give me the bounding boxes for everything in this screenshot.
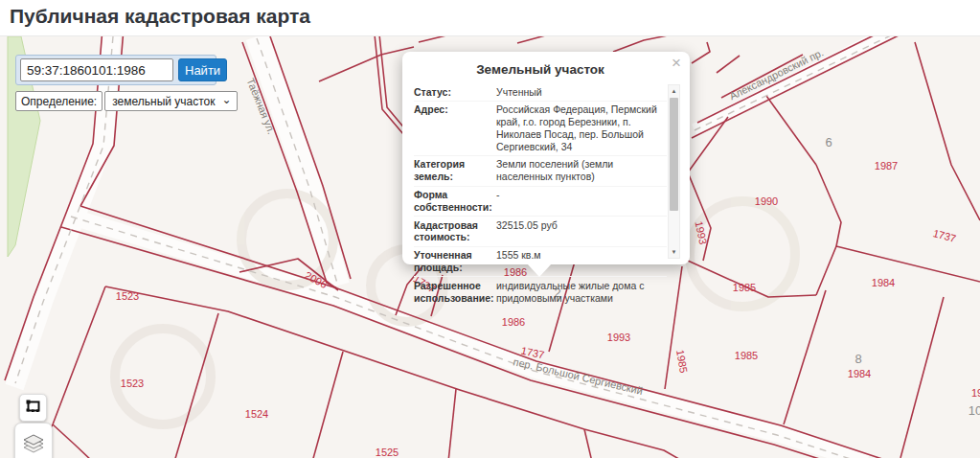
field-label: Адрес:: [414, 103, 496, 152]
field-label: Категория земель:: [414, 158, 496, 183]
parcel-label[interactable]: 1985: [674, 349, 690, 374]
parcel-label[interactable]: 19: [971, 387, 980, 399]
parcel-label[interactable]: 1985: [733, 282, 756, 293]
search-input[interactable]: [20, 58, 173, 81]
chevron-down-icon: ⌄: [221, 93, 231, 106]
field-value: -: [496, 189, 667, 214]
layers-icon: [22, 433, 45, 458]
field-value: 1555 кв.м: [496, 249, 667, 274]
parcel-label[interactable]: 1523: [116, 290, 139, 302]
parcel-info-popup: × Земельный участок Статус:УчтенныйАдрес…: [402, 52, 690, 264]
parcel-label[interactable]: 2006: [303, 269, 329, 290]
field-value: 32515.05 руб: [496, 219, 667, 244]
filter-label: Определение:: [15, 91, 103, 111]
header-bar: Публичная кадастровая карта: [0, 0, 980, 36]
extent-select-button[interactable]: [19, 394, 47, 422]
scroll-up-arrow[interactable]: ▲: [669, 86, 679, 96]
scroll-thumb[interactable]: [670, 98, 678, 211]
search-panel: Найти: [15, 55, 217, 85]
popup-scrollbar[interactable]: ▲ ▼: [668, 84, 680, 259]
field-label: Разрешенное использование:: [414, 280, 496, 305]
street-label: Таёжная ул.: [244, 77, 277, 136]
parcel-label[interactable]: 1987: [875, 160, 898, 172]
field-value: индивидуальные жилые дома с придомовыми …: [496, 280, 667, 305]
scroll-down-arrow[interactable]: ▼: [669, 247, 679, 257]
parcel-label[interactable]: 1986: [502, 316, 525, 328]
page: 1523152315241525200617371986219861993173…: [0, 0, 980, 458]
parcel-label[interactable]: 1525: [376, 447, 399, 458]
field-value: Учтенный: [496, 86, 667, 99]
parcel-label[interactable]: 6: [825, 135, 832, 149]
parcel-label[interactable]: 1984: [872, 277, 895, 288]
field-label: Форма собственности:: [414, 189, 496, 214]
parcel-label[interactable]: 1985: [735, 350, 758, 361]
filter-select[interactable]: земельный участок ⌄: [104, 91, 237, 111]
parcel-label[interactable]: 1737: [932, 227, 958, 244]
filter-row: Определение: земельный участок ⌄: [15, 91, 238, 111]
parcel-label[interactable]: 1990: [755, 195, 778, 207]
street-label: пер. Большой Сергиевский: [513, 355, 645, 397]
close-icon[interactable]: ×: [672, 55, 681, 71]
popup-tail-pointer: [527, 263, 552, 289]
popup-row: Форма собственности:-: [414, 186, 667, 217]
parcel-label[interactable]: 1524: [245, 408, 268, 420]
parcel-label[interactable]: 8: [855, 352, 861, 366]
parcel-label[interactable]: 10: [969, 403, 980, 418]
field-label: Кадастровая стоимость:: [414, 219, 496, 244]
filter-selected-option: земельный участок: [112, 95, 215, 108]
layers-button[interactable]: [14, 423, 53, 458]
field-value: Земли поселений (земли населенных пункто…: [496, 158, 667, 183]
parcel-label[interactable]: 1993: [607, 332, 630, 343]
popup-row: Статус:Учтенный: [414, 83, 667, 101]
popup-title: Земельный участок: [414, 62, 667, 77]
popup-row: Категория земель:Земли поселений (земли …: [414, 155, 667, 186]
page-title: Публичная кадастровая карта: [10, 5, 980, 28]
extent-icon: [26, 400, 41, 417]
street-label: Александровский пр.: [727, 46, 825, 102]
search-button[interactable]: Найти: [178, 58, 227, 81]
parcel-label[interactable]: 1984: [848, 368, 871, 379]
popup-row: Адрес:Российская Федерация, Пермский кра…: [414, 101, 667, 155]
field-label: Статус:: [414, 86, 496, 99]
field-label: Уточненная площадь:: [414, 249, 496, 274]
parcel-label[interactable]: 1993: [694, 220, 710, 245]
field-value: Российская Федерация, Пермский край, г.о…: [496, 103, 667, 152]
popup-row: Кадастровая стоимость:32515.05 руб: [414, 216, 667, 246]
parcel-label[interactable]: 1523: [121, 378, 144, 389]
